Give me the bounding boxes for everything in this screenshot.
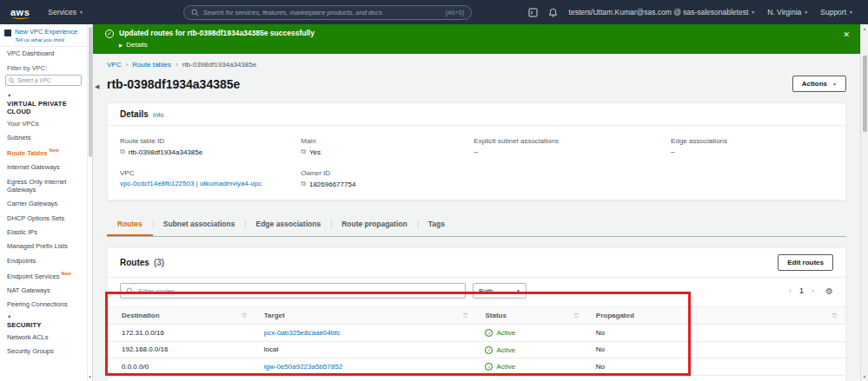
cell-destination: 0.0.0.0/0 [108, 358, 255, 376]
banner-details-toggle[interactable]: ▶ Details [119, 41, 850, 49]
column-filter-icon[interactable]: ▽ [463, 312, 467, 319]
success-banner: ✓ Updated routes for rtb-0398df1934a3438… [93, 24, 860, 54]
edit-routes-label: Edit routes [787, 259, 824, 266]
tab-tags[interactable]: Tags [418, 214, 455, 236]
search-shortcut: [Alt+S] [446, 10, 464, 16]
column-label: Status [485, 312, 506, 319]
copy-icon[interactable]: ⧉ [301, 180, 306, 188]
settings-gear-icon[interactable]: ⚙ [825, 286, 833, 296]
info-link[interactable]: Info [153, 111, 164, 119]
column-filter-icon[interactable]: ▽ [573, 312, 578, 319]
tab-route-propagation[interactable]: Route propagation [331, 214, 418, 236]
toggle-icon [4, 30, 11, 36]
sidebar-item-endpoints[interactable]: Endpoints [0, 253, 87, 267]
sidebar-item-nat-gateways[interactable]: NAT Gateways [0, 284, 87, 298]
scroll-down-icon[interactable]: ▼ [863, 374, 867, 379]
sidebar-item-dhcp-options-sets[interactable]: DHCP Options Sets [0, 211, 87, 225]
section-collapse-icon[interactable]: ▼ [0, 312, 87, 319]
support-menu[interactable]: Support ▼ [814, 0, 859, 24]
sidebar-item-internet-gateways[interactable]: Internet Gateways [0, 161, 87, 174]
table-row[interactable]: 172.31.0.0/16 pcx-0ab325e8caae04bfc ✓Act… [108, 325, 845, 342]
cell-target-link[interactable]: pcx-0ab325e8caae04bfc [255, 325, 477, 342]
route-scope-select[interactable]: Both ▼ [473, 283, 527, 299]
sidebar-item-your-vpcs[interactable]: Your VPCs [0, 116, 87, 130]
endpoint-services-label: Endpoint Services [7, 273, 59, 280]
breadcrumb-route-tables[interactable]: Route tables [132, 61, 171, 69]
cell-target-link[interactable]: igw-0e50a9223a5b57852 [255, 358, 477, 376]
status-check-icon: ✓ [485, 363, 493, 371]
field-main: Main ⧉Yes [301, 137, 463, 156]
page-number[interactable]: 1 [799, 286, 804, 295]
aws-logo[interactable]: aws [10, 7, 30, 17]
cell-status: ✓Active [476, 325, 586, 342]
table-row[interactable]: 0.0.0.0/0 igw-0e50a9223a5b57852 ✓Active … [108, 358, 845, 376]
filter-by-vpc-label: Filter by VPC: [0, 61, 87, 74]
close-icon[interactable]: ✕ [843, 30, 850, 39]
new-badge: New [50, 148, 59, 153]
column-target[interactable]: Target▽ [255, 307, 477, 325]
new-vpc-experience-toggle[interactable]: New VPC Experience Tell us what you thin… [0, 24, 87, 47]
scrollbar-thumb[interactable] [89, 27, 92, 157]
vpc-filter-search[interactable] [5, 75, 82, 86]
table-row[interactable]: 192.168.0.0/16 local ✓Active No [108, 341, 845, 358]
copy-icon[interactable]: ⧉ [120, 148, 125, 156]
search-icon [126, 287, 134, 295]
sidebar-scrollbar[interactable]: ▼ [87, 24, 93, 381]
cloudshell-icon[interactable] [523, 8, 543, 17]
tab-subnet-associations[interactable]: Subnet associations [153, 214, 246, 236]
column-filter-icon[interactable]: ▽ [242, 312, 246, 319]
next-page-icon[interactable]: › [812, 286, 814, 295]
field-value: rtb-0398df1934a34385e [129, 148, 202, 156]
sidebar-item-security-groups[interactable]: Security Groups [0, 345, 87, 358]
services-menu[interactable]: Services ▼ [42, 0, 89, 24]
sidebar-item-subnets[interactable]: Subnets [0, 130, 87, 144]
tab-routes[interactable]: Routes [107, 214, 153, 236]
prev-page-icon[interactable]: ‹ [789, 286, 792, 295]
page-scrollbar[interactable]: ▲ ▼ [860, 24, 868, 381]
filter-routes-input[interactable] [138, 287, 460, 295]
tab-edge-associations[interactable]: Edge associations [245, 214, 331, 236]
global-search[interactable]: Search for services, features, marketpla… [183, 5, 472, 20]
sidebar-item-route-tables[interactable]: Route TablesNew [0, 145, 87, 161]
column-destination[interactable]: Destination▽ [108, 307, 255, 325]
sidebar-collapse-icon[interactable]: ◀ [95, 83, 99, 90]
feedback-link[interactable]: Tell us what you think [15, 37, 77, 43]
copy-icon[interactable]: ⧉ [301, 148, 306, 156]
sidebar-item-elastic-ips[interactable]: Elastic IPs [0, 226, 87, 240]
vpc-link[interactable]: vpc-0cdcf14e8fb122503 | utkumadmviya4-vp… [120, 180, 290, 187]
column-filter-icon[interactable]: ▽ [832, 312, 837, 319]
sidebar-item-network-acls[interactable]: Network ACLs [0, 330, 87, 344]
tab-bar: Routes Subnet associations Edge associat… [107, 214, 846, 237]
filter-routes-search[interactable] [120, 283, 466, 299]
banner-message: Updated routes for rtb-0398df1934a34385e… [119, 29, 315, 37]
search-icon [191, 9, 199, 16]
sidebar-item-managed-prefix-lists[interactable]: Managed Prefix Lists [0, 240, 87, 253]
field-value: – [671, 148, 833, 155]
edit-routes-button[interactable]: Edit routes [778, 254, 833, 271]
sidebar-item-vpc-dashboard[interactable]: VPC Dashboard [0, 47, 87, 61]
notifications-bell-icon[interactable] [543, 8, 563, 17]
success-check-icon: ✓ [105, 30, 114, 38]
sidebar-item-carrier-gateways[interactable]: Carrier Gateways [0, 197, 87, 211]
sidebar-item-peering-connections[interactable]: Peering Connections [0, 298, 87, 312]
breadcrumb-vpc[interactable]: VPC [107, 61, 121, 69]
account-menu[interactable]: testers/Uttam.Kumar@sas.com @ sas-saleso… [563, 0, 762, 24]
scroll-down-icon[interactable]: ▼ [88, 374, 92, 381]
section-collapse-icon[interactable]: ▼ [0, 90, 87, 98]
routes-card: Routes (3) Edit routes Both ▼ [107, 247, 846, 381]
column-label: Destination [122, 312, 160, 319]
actions-button[interactable]: Actions ▼ [792, 76, 846, 92]
search-placeholder: Search for services, features, marketpla… [203, 9, 441, 16]
select-a-vpc-input[interactable] [17, 77, 78, 83]
region-menu[interactable]: N. Virginia ▼ [761, 0, 814, 24]
cell-propagated: No [587, 325, 845, 342]
field-label: Owner ID [301, 169, 463, 177]
scroll-up-icon[interactable]: ▲ [863, 26, 867, 31]
sidebar-item-egress-only-internet-gateways[interactable]: Egress Only Internet Gateways [0, 174, 87, 197]
column-propagated[interactable]: Propagated▽ [587, 307, 845, 325]
scrollbar-thumb[interactable] [863, 56, 867, 132]
column-status[interactable]: Status▽ [476, 307, 586, 325]
sidebar-item-endpoint-services[interactable]: Endpoint ServicesNew [0, 268, 87, 284]
new-badge: New [61, 271, 70, 276]
main-content: VPC › Route tables › rtb-0398df1934a3438… [93, 54, 860, 381]
